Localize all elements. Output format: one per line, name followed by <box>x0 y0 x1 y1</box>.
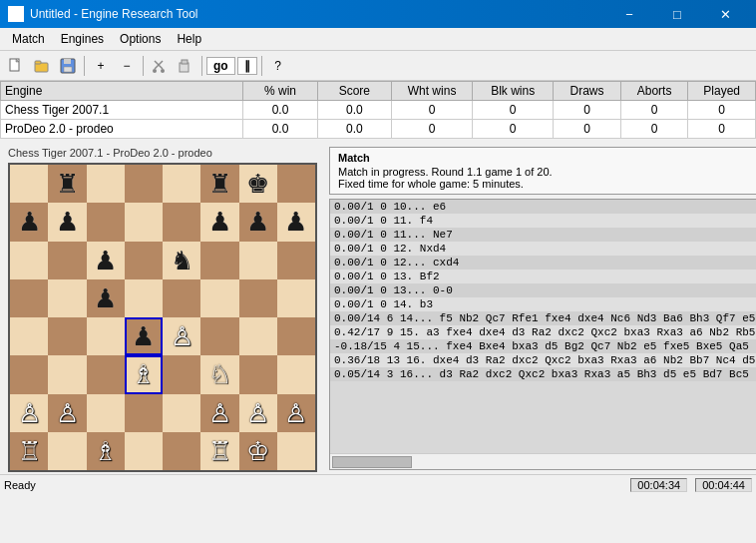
chess-square[interactable] <box>48 432 86 470</box>
chess-square[interactable] <box>10 355 48 393</box>
move-line[interactable]: 0.00/1 0 14. b3 <box>330 297 756 311</box>
move-line[interactable]: -0.18/15 4 15... fxe4 Bxe4 bxa3 d5 Bg2 Q… <box>330 339 756 353</box>
maximize-button[interactable]: □ <box>654 4 700 24</box>
chess-square[interactable] <box>239 317 277 355</box>
save-button[interactable] <box>56 55 80 77</box>
chess-square[interactable]: ♚ <box>239 165 277 203</box>
open-button[interactable] <box>30 55 54 77</box>
chess-square[interactable]: ♟ <box>277 203 315 241</box>
chess-square[interactable]: ♙ <box>200 394 238 432</box>
new-button[interactable] <box>4 55 28 77</box>
chess-square[interactable]: ♟ <box>200 203 238 241</box>
chess-square[interactable]: ♟ <box>10 203 48 241</box>
chess-square[interactable] <box>277 165 315 203</box>
help-button[interactable]: ? <box>266 55 290 77</box>
chess-square[interactable] <box>163 432 200 470</box>
chess-square[interactable] <box>125 432 163 470</box>
chess-square[interactable] <box>125 242 163 279</box>
chess-square[interactable] <box>200 279 238 317</box>
chess-square[interactable] <box>163 355 200 393</box>
chess-square[interactable]: ♟ <box>239 203 277 241</box>
table-row[interactable]: Chess Tiger 2007.10.00.000000 <box>1 101 756 120</box>
move-line[interactable]: 0.00/1 0 13. Bf2 <box>330 270 756 283</box>
paste-button[interactable] <box>174 55 197 77</box>
move-line[interactable]: 0.42/17 9 15. a3 fxe4 dxe4 d3 Ra2 dxc2 Q… <box>330 325 756 339</box>
chess-square[interactable] <box>200 242 238 279</box>
chess-square[interactable] <box>125 165 163 203</box>
chess-square[interactable]: ♟ <box>48 203 86 241</box>
move-line[interactable]: 0.00/14 6 14... f5 Nb2 Qc7 Rfe1 fxe4 dxe… <box>330 311 756 325</box>
chess-square[interactable]: ♙ <box>277 394 315 432</box>
move-line[interactable]: 0.00/1 0 13... 0-0 <box>330 283 756 297</box>
chess-square[interactable] <box>125 394 163 432</box>
chess-square[interactable]: ♙ <box>10 394 48 432</box>
go-button[interactable]: go <box>206 57 235 75</box>
chess-square[interactable] <box>48 242 86 279</box>
chess-square[interactable]: ♗ <box>87 432 125 470</box>
chess-square[interactable]: ♘ <box>200 355 238 393</box>
move-line[interactable]: 0.00/1 0 10... e6 <box>330 200 756 214</box>
move-line[interactable]: 0.00/1 0 11... Ne7 <box>330 228 756 242</box>
hscroll-thumb[interactable] <box>332 456 412 468</box>
chess-square[interactable] <box>239 355 277 393</box>
chess-square[interactable]: ♙ <box>163 317 200 355</box>
move-line[interactable]: 0.00/1 0 12... cxd4 <box>330 256 756 270</box>
menu-match[interactable]: Match <box>4 30 53 48</box>
chess-square[interactable]: ♟ <box>125 317 163 355</box>
chess-square[interactable]: ♙ <box>48 394 86 432</box>
chess-square[interactable]: ♜ <box>200 165 238 203</box>
chess-square[interactable] <box>48 317 86 355</box>
pause-button[interactable]: ∥ <box>237 57 257 75</box>
moves-list[interactable]: 0.00/1 0 10... e60.00/1 0 11. f40.00/1 0… <box>330 200 756 453</box>
chess-square[interactable] <box>87 355 125 393</box>
close-button[interactable]: ✕ <box>702 4 748 24</box>
chess-square[interactable] <box>10 317 48 355</box>
chess-square[interactable] <box>277 279 315 317</box>
chess-square[interactable] <box>239 242 277 279</box>
chess-square[interactable] <box>163 203 200 241</box>
menu-help[interactable]: Help <box>169 30 209 48</box>
chess-square[interactable] <box>87 317 125 355</box>
chess-square[interactable] <box>163 165 200 203</box>
minimize-button[interactable]: − <box>606 4 652 24</box>
chess-square[interactable] <box>277 432 315 470</box>
cut-button[interactable] <box>148 55 172 77</box>
chess-square[interactable] <box>10 279 48 317</box>
chess-square[interactable] <box>277 317 315 355</box>
chess-square[interactable]: ♖ <box>200 432 238 470</box>
chess-square[interactable]: ♙ <box>239 394 277 432</box>
chess-square[interactable] <box>277 355 315 393</box>
chess-square[interactable] <box>163 279 200 317</box>
chess-square[interactable] <box>87 165 125 203</box>
chess-square[interactable] <box>125 203 163 241</box>
remove-button[interactable]: − <box>115 55 139 77</box>
menu-options[interactable]: Options <box>112 30 169 48</box>
chess-square[interactable] <box>87 394 125 432</box>
chess-square[interactable] <box>87 203 125 241</box>
table-row[interactable]: ProDeo 2.0 - prodeo0.00.000000 <box>1 120 756 139</box>
chess-square[interactable]: ♟ <box>87 242 125 279</box>
move-line[interactable]: 0.00/1 0 11. f4 <box>330 214 756 228</box>
chess-square[interactable] <box>239 279 277 317</box>
horizontal-scrollbar[interactable] <box>330 453 756 469</box>
chess-square[interactable]: ♜ <box>48 165 86 203</box>
add-button[interactable]: + <box>89 55 113 77</box>
chess-square[interactable]: ♖ <box>10 432 48 470</box>
chess-square[interactable] <box>277 242 315 279</box>
chess-square[interactable]: ♔ <box>239 432 277 470</box>
chess-square[interactable] <box>125 279 163 317</box>
chess-square[interactable]: ♗ <box>125 355 163 393</box>
chess-square[interactable] <box>200 317 238 355</box>
move-line[interactable]: 0.36/18 13 16. dxe4 d3 Ra2 dxc2 Qxc2 bxa… <box>330 353 756 367</box>
chess-square[interactable]: ♟ <box>87 279 125 317</box>
chess-square[interactable] <box>10 242 48 279</box>
move-line[interactable]: 0.00/1 0 12. Nxd4 <box>330 242 756 256</box>
chess-square[interactable] <box>48 279 86 317</box>
chess-square[interactable] <box>163 394 200 432</box>
move-line[interactable]: 0.05/14 3 16... d3 Ra2 dxc2 Qxc2 bxa3 Rx… <box>330 367 756 381</box>
chess-square[interactable] <box>48 355 86 393</box>
chess-square[interactable]: ♞ <box>163 242 200 279</box>
chess-board[interactable]: ♜♜♚♟♟♟♟♟♟♞♟♟♙♗♘♙♙♙♙♙♖♗♖♔ <box>8 163 317 472</box>
menu-engines[interactable]: Engines <box>53 30 112 48</box>
chess-square[interactable] <box>10 165 48 203</box>
